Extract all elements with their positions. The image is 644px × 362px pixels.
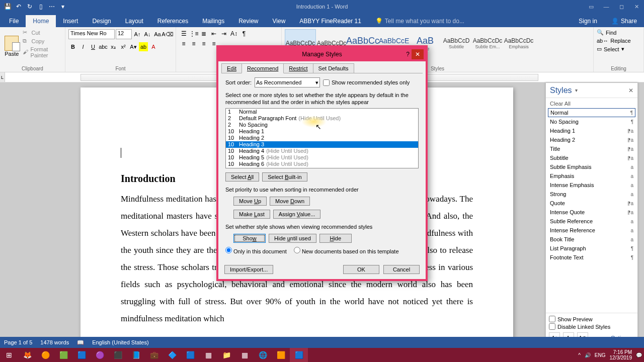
style-item[interactable]: Subtle Emphasisa	[548, 162, 635, 171]
style-item[interactable]: Subtitle⁋a	[548, 153, 635, 162]
new-docs-radio[interactable]: New documents based on this template	[294, 247, 399, 254]
spell-check-icon[interactable]: 📖	[77, 339, 84, 346]
style-item[interactable]: No Spacing¶	[548, 117, 635, 126]
show-rec-only-checkbox[interactable]: Show recommended styles only	[323, 79, 410, 86]
tab-mailings[interactable]: Mailings	[195, 15, 231, 27]
tab-abbyy[interactable]: ABBYY FineReader 11	[292, 15, 368, 27]
superscript-button[interactable]: x²	[119, 42, 128, 51]
minimize-icon[interactable]: —	[599, 0, 614, 13]
select-builtin-button[interactable]: Select Built-in	[262, 172, 307, 182]
new-doc-icon[interactable]: ▯	[36, 2, 45, 11]
shrink-font-icon[interactable]: A↓	[143, 30, 152, 39]
sign-in-link[interactable]: Sign in	[572, 15, 604, 27]
change-case-icon[interactable]: Aa	[153, 30, 162, 39]
move-up-button[interactable]: Move Up	[233, 197, 267, 206]
save-icon[interactable]: 💾	[3, 2, 12, 11]
open-icon[interactable]: ⋯	[47, 2, 56, 11]
multilevel-icon[interactable]: ≣	[199, 29, 208, 38]
hide-button[interactable]: Hide	[319, 234, 352, 243]
page-count[interactable]: Page 1 of 5	[4, 339, 32, 345]
paste-button[interactable]: Paste	[3, 28, 21, 64]
align-right-icon[interactable]: ≡	[199, 39, 208, 48]
tray-notifications-icon[interactable]: 💬	[636, 352, 642, 358]
dialog-style-row[interactable]: 10Heading 1	[226, 128, 418, 135]
find-button[interactable]: 🔍 Find	[597, 28, 640, 37]
taskbar-firefox-icon[interactable]: 🦊	[18, 348, 36, 362]
align-left-icon[interactable]: ≡	[179, 39, 188, 48]
disable-linked-checkbox[interactable]: Disable Linked Styles	[549, 323, 634, 330]
tab-design[interactable]: Design	[85, 15, 118, 27]
dialog-style-row[interactable]: 10Heading 5(Hide Until Used)	[226, 154, 418, 161]
style-item[interactable]: Intense Quote⁋a	[548, 208, 635, 217]
numbering-icon[interactable]: ⋮≡	[189, 29, 198, 38]
taskbar-viber-icon[interactable]: 🟣	[91, 348, 109, 362]
copy-button[interactable]: ⧉Copy	[23, 38, 62, 45]
ribbon-options-icon[interactable]: ▭	[584, 0, 599, 13]
dialog-style-row[interactable]: 1Normal	[226, 109, 418, 115]
style-item[interactable]: Normal¶	[548, 108, 635, 117]
style-item[interactable]: Book Titlea	[548, 235, 635, 244]
taskbar-app7-icon[interactable]: ▦	[199, 348, 217, 362]
tab-references[interactable]: References	[150, 15, 195, 27]
taskbar-app2-icon[interactable]: ⬛	[109, 348, 127, 362]
hide-until-used-button[interactable]: Hide until used	[269, 234, 316, 243]
dialog-style-row[interactable]: 10Heading 2	[226, 135, 418, 141]
qat-dropdown-icon[interactable]: ▾	[58, 2, 67, 11]
clear-all-item[interactable]: Clear All	[548, 99, 635, 108]
tab-layout[interactable]: Layout	[118, 15, 150, 27]
style-item[interactable]: Title⁋a	[548, 144, 635, 153]
taskbar-explorer-icon[interactable]: 📁	[217, 348, 235, 362]
sort-icon[interactable]: A↕	[229, 29, 238, 38]
dialog-tab-restrict[interactable]: Restrict	[283, 63, 313, 73]
styles-pane-options-icon[interactable]: ▾	[575, 87, 578, 93]
tray-clock[interactable]: 7:16 PM12/3/2019	[610, 349, 632, 360]
bold-button[interactable]: B	[68, 42, 77, 51]
taskbar-calc-icon[interactable]: 🟦	[72, 348, 91, 362]
undo-icon[interactable]: ↶	[14, 2, 23, 11]
taskbar-app6-icon[interactable]: 🟦	[181, 348, 199, 362]
taskbar-powerpoint-icon[interactable]: 🟧	[272, 348, 290, 362]
show-marks-icon[interactable]: ¶	[239, 29, 249, 38]
font-color-icon[interactable]: A	[149, 42, 158, 51]
style-item[interactable]: Heading 1⁋a	[548, 126, 635, 135]
font-size-select[interactable]: 12	[116, 29, 132, 39]
style-item[interactable]: Intense Referencea	[548, 226, 635, 235]
sort-order-select[interactable]: As Recommended▾	[255, 77, 320, 87]
font-name-select[interactable]: Times New Ro	[68, 29, 115, 39]
highlight-icon[interactable]: ab	[139, 42, 148, 51]
taskbar-app4-icon[interactable]: 💼	[145, 348, 163, 362]
decrease-indent-icon[interactable]: ⇤	[209, 29, 218, 38]
dialog-close-icon[interactable]: ✕	[412, 49, 424, 59]
taskbar-uc-icon[interactable]: 🟠	[36, 348, 54, 362]
show-button[interactable]: Show	[233, 234, 266, 243]
dialog-style-row[interactable]: 10Heading 4(Hide Until Used)	[226, 148, 418, 154]
clear-format-icon[interactable]: A⌫	[163, 30, 172, 39]
style-item[interactable]: Intense Emphasisa	[548, 180, 635, 190]
tray-lang[interactable]: ENG	[595, 352, 606, 358]
start-button[interactable]: ⊞	[0, 348, 18, 362]
tray-network-icon[interactable]: 🔊	[585, 352, 591, 358]
taskbar-app3-icon[interactable]: 📘	[127, 348, 145, 362]
styles-pane-close-icon[interactable]: ✕	[628, 87, 633, 94]
grow-font-icon[interactable]: A↑	[133, 30, 142, 39]
style-gallery-item[interactable]: AaBbCcDSubtitle	[441, 29, 472, 57]
cancel-button[interactable]: Cancel	[383, 265, 420, 274]
replace-button[interactable]: ab↔ Replace	[597, 37, 640, 45]
strike-button[interactable]: abc	[99, 42, 108, 51]
dialog-style-row[interactable]: 10Heading 6(Hide Until Used)	[226, 161, 418, 167]
taskbar-chrome-icon[interactable]: 🌐	[254, 348, 272, 362]
dialog-style-row[interactable]: 2No Spacing	[226, 122, 418, 128]
dialog-tab-edit[interactable]: Edit	[221, 63, 242, 73]
assign-value-button[interactable]: Assign Value...	[273, 210, 321, 219]
style-item[interactable]: Footnote Text¶	[548, 253, 635, 262]
style-gallery-item[interactable]: AaBbCcDcEmphasis	[503, 29, 534, 57]
maximize-icon[interactable]: ◻	[614, 0, 629, 13]
taskbar-app8-icon[interactable]: ▦	[235, 348, 254, 362]
style-gallery-item[interactable]: AaBbCcDcSubtle Em...	[472, 29, 503, 57]
style-item[interactable]: Emphasisa	[548, 171, 635, 180]
style-item[interactable]: Subtle Referencea	[548, 217, 635, 226]
style-item[interactable]: Heading 2⁋a	[548, 135, 635, 144]
tell-me-search[interactable]: 💡 Tell me what you want to do...	[368, 15, 471, 27]
dialog-tab-setdefaults[interactable]: Set Defaults	[313, 63, 354, 73]
redo-icon[interactable]: ↻	[25, 2, 34, 11]
